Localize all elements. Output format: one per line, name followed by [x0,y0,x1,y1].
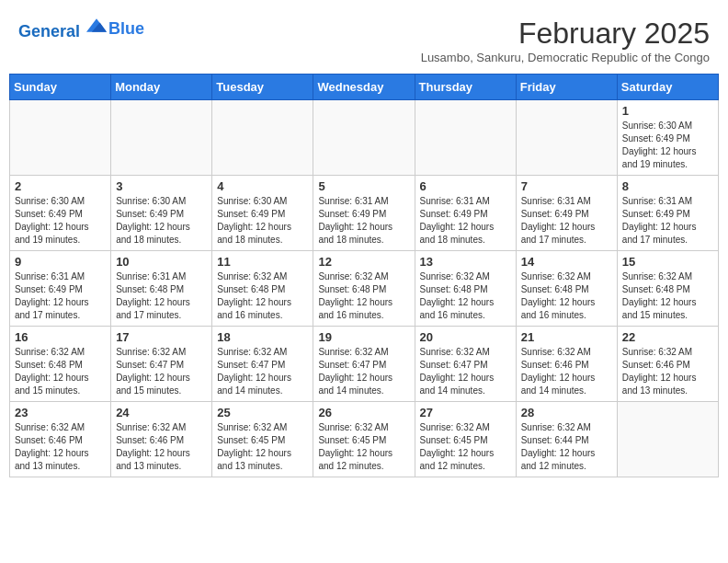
day-number: 24 [116,406,207,419]
day-number: 25 [217,406,308,419]
day-info: Sunrise: 6:30 AM Sunset: 6:49 PM Dayligh… [217,195,308,247]
day-number: 27 [420,406,511,419]
day-info: Sunrise: 6:32 AM Sunset: 6:44 PM Dayligh… [521,421,612,473]
logo-icon [86,17,107,37]
day-number: 26 [318,406,409,419]
month-title: February 2025 [421,17,710,51]
day-info: Sunrise: 6:31 AM Sunset: 6:49 PM Dayligh… [622,195,713,247]
week-row-0: 1Sunrise: 6:30 AM Sunset: 6:49 PM Daylig… [10,100,719,176]
week-row-1: 2Sunrise: 6:30 AM Sunset: 6:49 PM Daylig… [10,176,719,251]
day-info: Sunrise: 6:32 AM Sunset: 6:45 PM Dayligh… [318,421,409,473]
day-number: 18 [217,330,308,344]
day-number: 3 [116,179,207,193]
calendar-cell: 24Sunrise: 6:32 AM Sunset: 6:46 PM Dayli… [111,402,212,477]
day-number: 11 [217,255,308,269]
calendar-cell: 14Sunrise: 6:32 AM Sunset: 6:48 PM Dayli… [516,251,617,327]
day-info: Sunrise: 6:31 AM Sunset: 6:48 PM Dayligh… [116,270,207,322]
calendar-cell: 6Sunrise: 6:31 AM Sunset: 6:49 PM Daylig… [415,176,516,251]
week-row-4: 23Sunrise: 6:32 AM Sunset: 6:46 PM Dayli… [10,402,719,477]
day-info: Sunrise: 6:32 AM Sunset: 6:48 PM Dayligh… [15,346,106,397]
day-info: Sunrise: 6:30 AM Sunset: 6:49 PM Dayligh… [116,195,207,247]
day-info: Sunrise: 6:32 AM Sunset: 6:48 PM Dayligh… [420,270,511,322]
column-header-sunday: Sunday [10,75,111,100]
calendar-cell [111,100,212,176]
day-info: Sunrise: 6:32 AM Sunset: 6:46 PM Dayligh… [116,421,207,473]
day-number: 12 [318,255,409,269]
calendar-cell: 1Sunrise: 6:30 AM Sunset: 6:49 PM Daylig… [617,100,718,176]
calendar-cell: 16Sunrise: 6:32 AM Sunset: 6:48 PM Dayli… [10,327,111,402]
calendar-cell: 19Sunrise: 6:32 AM Sunset: 6:47 PM Dayli… [313,327,415,402]
logo-text: General [18,17,107,41]
day-number: 17 [116,330,207,344]
column-header-saturday: Saturday [617,75,718,100]
day-number: 6 [420,179,511,193]
day-info: Sunrise: 6:32 AM Sunset: 6:46 PM Dayligh… [622,346,713,397]
calendar-header-row: SundayMondayTuesdayWednesdayThursdayFrid… [10,75,719,100]
calendar-cell [212,100,313,176]
day-info: Sunrise: 6:32 AM Sunset: 6:48 PM Dayligh… [521,270,612,322]
day-info: Sunrise: 6:32 AM Sunset: 6:47 PM Dayligh… [318,346,409,397]
column-header-tuesday: Tuesday [212,75,313,100]
calendar-cell: 2Sunrise: 6:30 AM Sunset: 6:49 PM Daylig… [10,176,111,251]
day-info: Sunrise: 6:32 AM Sunset: 6:48 PM Dayligh… [622,270,713,322]
calendar: SundayMondayTuesdayWednesdayThursdayFrid… [9,74,719,477]
day-number: 16 [15,330,106,344]
column-header-wednesday: Wednesday [313,75,415,100]
day-info: Sunrise: 6:32 AM Sunset: 6:47 PM Dayligh… [217,346,308,397]
calendar-cell: 22Sunrise: 6:32 AM Sunset: 6:46 PM Dayli… [617,327,718,402]
calendar-cell [516,100,617,176]
calendar-cell: 10Sunrise: 6:31 AM Sunset: 6:48 PM Dayli… [111,251,212,327]
day-number: 10 [116,255,207,269]
day-number: 22 [622,330,713,344]
calendar-cell: 23Sunrise: 6:32 AM Sunset: 6:46 PM Dayli… [10,402,111,477]
calendar-cell: 17Sunrise: 6:32 AM Sunset: 6:47 PM Dayli… [111,327,212,402]
day-info: Sunrise: 6:30 AM Sunset: 6:49 PM Dayligh… [15,195,106,247]
day-number: 9 [15,255,106,269]
calendar-cell: 4Sunrise: 6:30 AM Sunset: 6:49 PM Daylig… [212,176,313,251]
calendar-cell: 3Sunrise: 6:30 AM Sunset: 6:49 PM Daylig… [111,176,212,251]
day-info: Sunrise: 6:32 AM Sunset: 6:45 PM Dayligh… [420,421,511,473]
day-info: Sunrise: 6:32 AM Sunset: 6:46 PM Dayligh… [521,346,612,397]
day-number: 2 [15,179,106,193]
day-info: Sunrise: 6:32 AM Sunset: 6:45 PM Dayligh… [217,421,308,473]
calendar-cell [415,100,516,176]
calendar-cell: 20Sunrise: 6:32 AM Sunset: 6:47 PM Dayli… [415,327,516,402]
day-number: 28 [521,406,612,419]
day-info: Sunrise: 6:32 AM Sunset: 6:47 PM Dayligh… [420,346,511,397]
calendar-cell: 7Sunrise: 6:31 AM Sunset: 6:49 PM Daylig… [516,176,617,251]
day-number: 21 [521,330,612,344]
column-header-monday: Monday [111,75,212,100]
week-row-2: 9Sunrise: 6:31 AM Sunset: 6:49 PM Daylig… [10,251,719,327]
column-header-thursday: Thursday [415,75,516,100]
calendar-cell: 18Sunrise: 6:32 AM Sunset: 6:47 PM Dayli… [212,327,313,402]
calendar-cell: 11Sunrise: 6:32 AM Sunset: 6:48 PM Dayli… [212,251,313,327]
day-number: 8 [622,179,713,193]
day-number: 5 [318,179,409,193]
day-info: Sunrise: 6:31 AM Sunset: 6:49 PM Dayligh… [420,195,511,247]
day-number: 4 [217,179,308,193]
day-info: Sunrise: 6:32 AM Sunset: 6:48 PM Dayligh… [318,270,409,322]
column-header-friday: Friday [516,75,617,100]
calendar-cell: 9Sunrise: 6:31 AM Sunset: 6:49 PM Daylig… [10,251,111,327]
week-row-3: 16Sunrise: 6:32 AM Sunset: 6:48 PM Dayli… [10,327,719,402]
title-area: February 2025 Lusambo, Sankuru, Democrat… [421,17,710,64]
calendar-cell: 15Sunrise: 6:32 AM Sunset: 6:48 PM Dayli… [617,251,718,327]
day-info: Sunrise: 6:31 AM Sunset: 6:49 PM Dayligh… [521,195,612,247]
calendar-cell: 5Sunrise: 6:31 AM Sunset: 6:49 PM Daylig… [313,176,415,251]
day-info: Sunrise: 6:30 AM Sunset: 6:49 PM Dayligh… [622,120,713,171]
calendar-cell: 8Sunrise: 6:31 AM Sunset: 6:49 PM Daylig… [617,176,718,251]
day-info: Sunrise: 6:31 AM Sunset: 6:49 PM Dayligh… [318,195,409,247]
day-number: 1 [622,104,713,118]
day-info: Sunrise: 6:32 AM Sunset: 6:48 PM Dayligh… [217,270,308,322]
logo-blue: Blue [108,20,144,39]
day-info: Sunrise: 6:32 AM Sunset: 6:46 PM Dayligh… [15,421,106,473]
calendar-cell [617,402,718,477]
calendar-cell: 13Sunrise: 6:32 AM Sunset: 6:48 PM Dayli… [415,251,516,327]
calendar-cell [10,100,111,176]
calendar-cell: 27Sunrise: 6:32 AM Sunset: 6:45 PM Dayli… [415,402,516,477]
logo: General Blue [18,17,144,41]
day-number: 7 [521,179,612,193]
calendar-cell: 25Sunrise: 6:32 AM Sunset: 6:45 PM Dayli… [212,402,313,477]
calendar-cell: 26Sunrise: 6:32 AM Sunset: 6:45 PM Dayli… [313,402,415,477]
day-number: 19 [318,330,409,344]
